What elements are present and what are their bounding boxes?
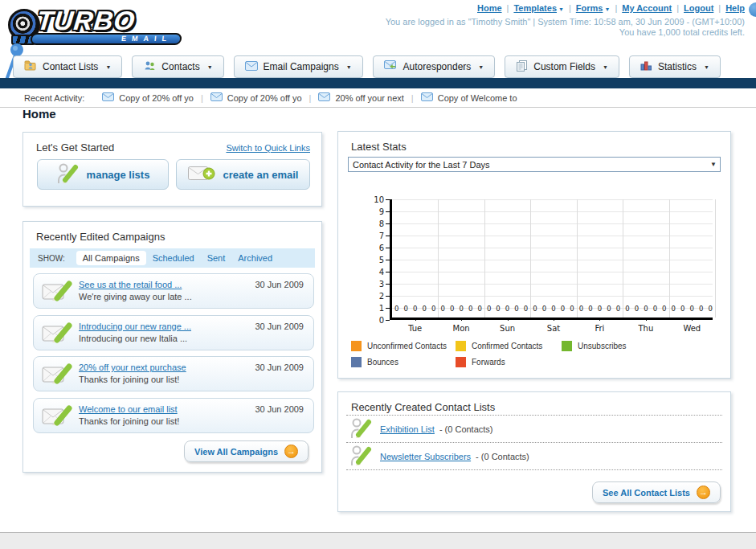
recent-activity-item[interactable]: Copy of 20% off yo bbox=[210, 92, 302, 103]
recent-activity-label: Recent Activity: bbox=[24, 93, 84, 103]
create-email-label: create an email bbox=[223, 169, 299, 181]
data-label: 0 bbox=[468, 305, 472, 313]
data-label: 0 bbox=[394, 305, 398, 313]
envelope-icon bbox=[210, 92, 223, 103]
header-link-help[interactable]: Help bbox=[725, 3, 745, 13]
data-label: 0 bbox=[644, 305, 648, 313]
campaign-item[interactable]: Introducing our new range ...Introducing… bbox=[33, 315, 314, 350]
nav-tab-statistics[interactable]: Statistics▼ bbox=[629, 55, 721, 78]
nav-tab-custom-fields[interactable]: Custom Fields▼ bbox=[505, 55, 619, 78]
data-label: 0 bbox=[514, 305, 518, 313]
contact-list-item[interactable]: Exhibition List - (0 Contacts) bbox=[346, 416, 722, 443]
contact-list-count: - (0 Contacts) bbox=[439, 424, 493, 434]
campaign-item[interactable]: See us at the retail food ...We're givin… bbox=[33, 273, 314, 309]
nav-tab-email-campaigns[interactable]: Email Campaigns▼ bbox=[234, 55, 363, 78]
data-label: 0 bbox=[551, 305, 555, 313]
contact-list-item[interactable]: Newsletter Subscribers - (0 Contacts) bbox=[346, 443, 722, 470]
x-axis-tick bbox=[692, 318, 693, 321]
latest-stats-panel: Latest Stats Contact Activity for the La… bbox=[337, 131, 731, 379]
separator: | bbox=[569, 3, 571, 13]
campaign-title-link[interactable]: 20% off your next purchase bbox=[79, 363, 186, 372]
filter-tab-scheduled[interactable]: Scheduled bbox=[146, 251, 201, 265]
header-link-logout[interactable]: Logout bbox=[684, 3, 713, 13]
campaign-title-link[interactable]: Welcome to our email list bbox=[79, 404, 178, 414]
manage-lists-label: manage lists bbox=[87, 169, 150, 181]
data-label: 0 bbox=[579, 305, 583, 313]
stats-period-dropdown[interactable]: Contact Activity for the Last 7 Days ▼ bbox=[348, 157, 721, 172]
data-label: 0 bbox=[699, 305, 703, 313]
y-axis-tick bbox=[386, 199, 390, 200]
campaign-title-link[interactable]: Introducing our new range ... bbox=[79, 322, 191, 331]
data-label: 0 bbox=[440, 305, 444, 313]
filter-tab-all-campaigns[interactable]: All Campaigns bbox=[76, 251, 146, 265]
person-pencil-icon bbox=[349, 445, 372, 469]
filter-tab-archived[interactable]: Archived bbox=[231, 251, 279, 265]
create-email-button[interactable]: create an email bbox=[176, 159, 310, 190]
nav-tab-contacts[interactable]: Contacts▼ bbox=[132, 55, 223, 78]
show-label: SHOW: bbox=[38, 254, 65, 263]
header-link-templates[interactable]: Templates bbox=[513, 3, 557, 13]
header-link-my-account[interactable]: My Account bbox=[622, 3, 672, 13]
header-link-forms[interactable]: Forms bbox=[576, 3, 603, 13]
gridline bbox=[530, 199, 531, 318]
nav-tab-autoresponders[interactable]: Autoresponders▼ bbox=[373, 55, 496, 78]
legend-item: Forwards bbox=[456, 357, 562, 367]
contact-list-link[interactable]: Exhibition List bbox=[380, 424, 435, 434]
switch-to-quick-links[interactable]: Switch to Quick Links bbox=[226, 143, 310, 153]
view-all-campaigns-button[interactable]: View All Campaigns → bbox=[184, 440, 309, 462]
chevron-down-icon: ▼ bbox=[603, 64, 608, 70]
chevron-down-icon: ▼ bbox=[105, 64, 111, 70]
contact-list-link[interactable]: Newsletter Subscribers bbox=[380, 452, 471, 461]
gridline bbox=[715, 199, 716, 318]
x-axis-label: Fri bbox=[595, 324, 604, 333]
recent-activity-item[interactable]: Copy of 20% off yo bbox=[102, 92, 194, 103]
person-pencil-icon bbox=[56, 162, 79, 187]
data-label: 0 bbox=[672, 305, 676, 313]
legend-swatch bbox=[351, 357, 362, 367]
nav-tab-label: Contacts bbox=[161, 61, 199, 72]
data-label: 0 bbox=[542, 305, 546, 313]
credits-text: You have 1,000 total credits left. bbox=[619, 27, 745, 37]
see-all-contact-lists-button[interactable]: See All Contact Lists → bbox=[592, 481, 721, 503]
y-axis-tick bbox=[386, 248, 390, 248]
nav-tab-contact-lists[interactable]: Contact Lists▼ bbox=[13, 55, 122, 78]
help-bubble-icon[interactable] bbox=[749, 2, 756, 17]
separator: | bbox=[411, 93, 414, 103]
legend-label: Unconfirmed Contacts bbox=[367, 342, 447, 350]
nav-tab-label: Custom Fields bbox=[533, 61, 595, 72]
y-axis-label: 3 bbox=[379, 280, 384, 289]
logo-subtitle: EMAIL bbox=[121, 35, 173, 43]
header-link-home[interactable]: Home bbox=[477, 3, 502, 13]
y-axis-tick bbox=[386, 260, 390, 260]
logo-subtitle-bar: EMAIL bbox=[30, 33, 182, 45]
campaign-item[interactable]: Welcome to our email listThanks for join… bbox=[33, 398, 314, 433]
campaign-item[interactable]: 20% off your next purchaseThanks for joi… bbox=[33, 356, 314, 391]
campaign-title-link[interactable]: See us at the retail food ... bbox=[79, 280, 182, 289]
recent-activity-item[interactable]: Copy of Welcome to bbox=[421, 92, 517, 103]
navy-divider-bar bbox=[0, 78, 756, 88]
gridline bbox=[392, 223, 713, 224]
filter-tab-sent[interactable]: Sent bbox=[201, 251, 232, 265]
view-all-campaigns-label: View All Campaigns bbox=[194, 447, 278, 457]
data-label: 0 bbox=[450, 305, 454, 313]
y-axis-label: 5 bbox=[379, 256, 384, 264]
get-started-panel: Let's Get Started Switch to Quick Links … bbox=[22, 132, 322, 207]
contact-lists-title: Recently Created Contact Lists bbox=[351, 401, 495, 413]
campaign-date: 30 Jun 2009 bbox=[255, 280, 304, 289]
contact-lists-icon bbox=[24, 60, 37, 73]
main-navigation: Contact Lists▼Contacts▼Email Campaigns▼A… bbox=[0, 53, 756, 78]
manage-lists-button[interactable]: manage lists bbox=[37, 159, 169, 190]
data-label: 0 bbox=[533, 305, 537, 313]
y-axis-tick bbox=[386, 284, 390, 285]
data-labels-row: 00000 bbox=[623, 305, 668, 313]
recent-activity-item[interactable]: 20% off your next bbox=[318, 92, 403, 103]
campaigns-filter-bar: SHOW: All CampaignsScheduledSentArchived bbox=[30, 248, 315, 268]
data-label: 0 bbox=[524, 305, 528, 313]
separator: | bbox=[718, 3, 721, 13]
gridline bbox=[392, 260, 713, 260]
legend-item: Unconfirmed Contacts bbox=[351, 341, 456, 351]
legend-label: Forwards bbox=[472, 358, 505, 367]
data-label: 0 bbox=[616, 305, 620, 313]
y-axis-label: 10 bbox=[374, 195, 384, 204]
campaigns-panel: Recently Edited Campaigns SHOW: All Camp… bbox=[22, 221, 322, 473]
